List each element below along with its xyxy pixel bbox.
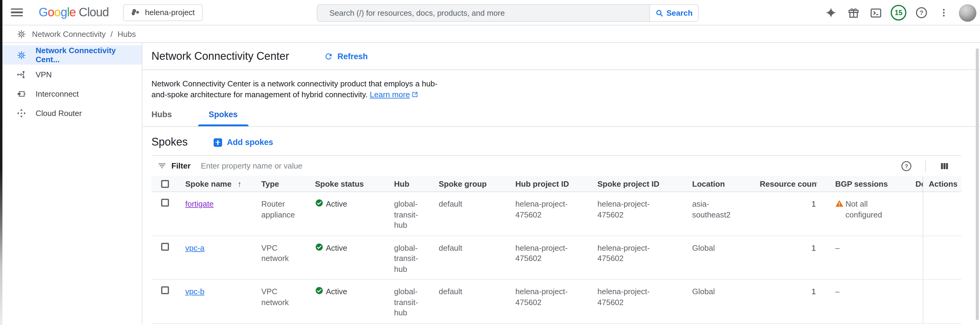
add-spokes-button[interactable]: Add spokes [214,138,273,147]
spoke-name-link[interactable]: vpc-b [185,287,205,296]
cell-actions[interactable] [923,192,961,235]
refresh-button[interactable]: Refresh [324,52,368,61]
cell-location: asia- southeast2 [692,192,760,235]
cell-location: Global [692,280,760,323]
select-all-checkbox[interactable] [161,180,169,187]
status-active-icon [315,199,323,207]
col-hub-project-id[interactable]: Hub project ID [515,179,597,188]
col-spoke-name[interactable]: Spoke name↑ [185,179,261,188]
learn-more-link[interactable]: Learn more [370,90,410,99]
column-display-options-icon[interactable] [937,159,951,173]
gift-free-trial-icon[interactable] [846,5,861,20]
logo-letter: e [69,5,76,19]
breadcrumb-separator: / [110,29,113,38]
filter-help-icon[interactable]: ? [899,159,914,173]
sidebar-item-interconnect[interactable]: Interconnect [0,84,142,103]
toolbar-divider [925,160,926,172]
logo-letter: o [54,5,60,19]
description-line-2: and-spoke architecture for management of… [151,89,980,100]
main-content: Network Connectivity Center Refresh Netw… [142,43,980,324]
add-plus-icon [214,138,222,146]
search-icon [655,9,664,17]
svg-text:?: ? [920,10,923,16]
help-icon[interactable]: ? [914,5,929,20]
cell-actions[interactable] [923,280,961,323]
project-picker-button[interactable]: helena-project [123,4,203,21]
vertical-scrollbar-thumb[interactable] [976,48,979,320]
spoke-name-link[interactable]: vpc-a [185,243,205,252]
cell-type: Router appliance [261,192,315,235]
cell-spoke-group: default [439,280,515,323]
col-bgp-sessions[interactable]: BGP sessions [817,179,915,188]
cell-bgp-sessions: – [817,236,915,279]
tab-hubs[interactable]: Hubs [151,110,177,126]
sort-ascending-icon[interactable]: ↑ [237,179,241,188]
sidebar-item-vpn[interactable]: VPN [0,65,142,84]
row-checkbox[interactable] [161,243,169,250]
warning-icon [835,199,844,208]
col-hub[interactable]: Hub [394,179,439,188]
search-input[interactable] [317,5,649,21]
breadcrumb-current: Hubs [118,29,136,38]
more-options-icon[interactable] [937,5,951,20]
cell-type: VPC network [261,236,315,279]
cell-resource-count: 1 [760,280,817,323]
cell-bgp-sessions: Not all configured [845,199,882,220]
logo-cloud-text: Cloud [79,5,109,19]
col-location[interactable]: Location [692,179,760,188]
cell-hub: global- transit- hub [394,236,439,279]
cell-hub: global- transit- hub [394,192,439,235]
filter-input[interactable] [201,161,454,170]
product-description: Network Connectivity Center is a network… [151,78,980,100]
col-spoke-group[interactable]: Spoke group [439,179,515,188]
col-type[interactable]: Type [261,179,315,188]
spoke-name-link[interactable]: fortigate [185,199,214,208]
cell-bgp-sessions: – [817,280,915,323]
breadcrumb: Network Connectivity / Hubs [32,29,136,38]
add-spokes-label: Add spokes [227,138,273,147]
row-checkbox[interactable] [161,199,169,207]
screen-left-edge [0,0,2,325]
account-avatar[interactable] [959,4,976,21]
cell-type: VPC network [261,280,315,323]
col-description-truncated[interactable]: De [915,179,923,188]
cell-hub-project-id: helena-project- 475602 [515,236,597,279]
table-row: vpc-b VPC network Active global- transit… [151,280,961,323]
gcp-console-window: Google Cloud helena-project [0,0,980,325]
cell-hub-project-id: helena-project- 475602 [515,280,597,323]
project-name: helena-project [145,8,195,17]
col-resource-count[interactable]: Resource count [760,179,817,188]
col-spoke-status[interactable]: Spoke status [315,179,394,188]
logo-letter: l [67,5,69,19]
table-header-row: Spoke name↑ Type Spoke status Hub Spoke … [151,176,961,192]
cell-status: Active [326,287,347,297]
gemini-sparkle-icon[interactable] [824,5,838,20]
row-checkbox[interactable] [161,287,169,294]
cell-description [915,236,923,279]
tab-spokes[interactable]: Spokes [198,110,249,126]
col-spoke-project-id[interactable]: Spoke project ID [597,179,692,188]
main-menu-icon[interactable] [11,8,23,17]
table-row: fortigate Router appliance Active global… [151,192,961,236]
filter-button[interactable]: Filter [158,161,191,170]
global-search-bar: Search [317,4,699,22]
col-actions: Actions [923,176,961,192]
breadcrumb-root[interactable]: Network Connectivity [32,29,106,38]
sidebar-item-label: VPN [36,70,52,79]
breadcrumb-bar: Network Connectivity / Hubs [0,26,980,43]
status-active-icon [315,243,323,251]
left-nav-sidebar: Network Connectivity Cent... VPN [0,43,142,324]
vpn-icon [16,69,27,80]
cell-actions[interactable] [923,236,961,279]
cloud-shell-icon[interactable] [869,5,883,20]
sidebar-item-cloud-router[interactable]: Cloud Router [0,103,142,123]
sidebar-item-network-connectivity-center[interactable]: Network Connectivity Cent... [0,45,142,65]
free-trial-days-badge[interactable]: 15 [891,5,906,21]
search-button[interactable]: Search [649,5,698,21]
logo-letter: G [39,5,48,19]
sidebar-item-label: Interconnect [36,89,79,98]
sidebar-item-label: Cloud Router [36,109,82,117]
google-cloud-logo[interactable]: Google Cloud [39,5,109,19]
topbar-utilities: 15 ? [824,0,976,26]
table-row: vpc-a VPC network Active global- transit… [151,236,961,280]
